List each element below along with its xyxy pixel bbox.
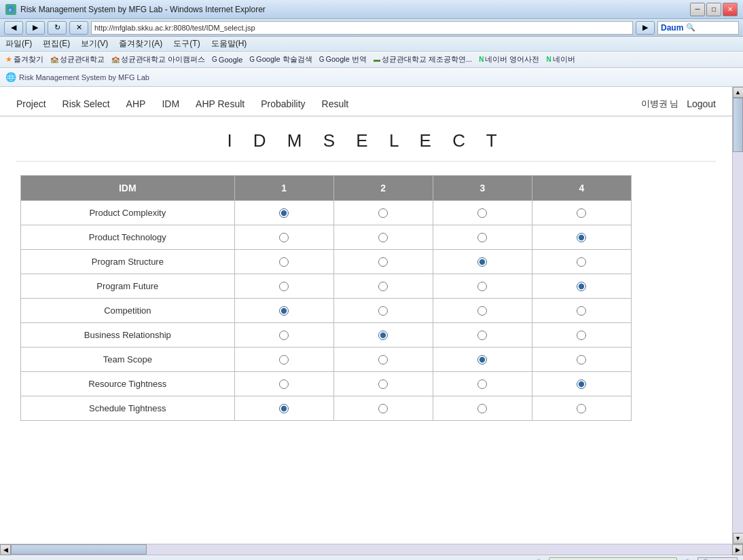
radio-cell-7-4[interactable] xyxy=(532,372,631,396)
fav-skku[interactable]: 🏫 성균관대학교 xyxy=(50,54,105,64)
radio-cell-3-3[interactable] xyxy=(433,274,532,299)
radio-cell-0-3[interactable] xyxy=(433,201,532,225)
radio-cell-8-1[interactable] xyxy=(234,396,333,421)
nav-ahp-result[interactable]: AHP Result xyxy=(196,98,244,109)
search-box[interactable]: Daum 🔍 xyxy=(657,21,739,35)
menu-file[interactable]: 파일(F) xyxy=(5,38,32,50)
menu-favorites[interactable]: 즐겨찾기(A) xyxy=(119,38,162,50)
radio-3-2[interactable] xyxy=(378,282,388,291)
radio-0-3[interactable] xyxy=(477,208,487,218)
nav-project[interactable]: Project xyxy=(16,98,46,109)
menu-view[interactable]: 보기(V) xyxy=(81,38,108,50)
radio-cell-0-1[interactable] xyxy=(234,201,333,225)
radio-3-3[interactable] xyxy=(477,282,487,291)
nav-risk-select[interactable]: Risk Select xyxy=(62,98,110,109)
fav-google-translate[interactable]: G Google 번역 xyxy=(319,54,367,64)
radio-1-4[interactable] xyxy=(577,233,586,242)
radio-cell-1-3[interactable] xyxy=(433,225,532,250)
minimize-button[interactable]: ─ xyxy=(690,3,705,16)
scroll-track[interactable] xyxy=(733,98,743,533)
radio-cell-2-2[interactable] xyxy=(333,250,433,274)
radio-cell-1-2[interactable] xyxy=(333,225,433,250)
radio-2-4[interactable] xyxy=(577,257,586,267)
radio-8-4[interactable] xyxy=(577,404,586,413)
radio-1-2[interactable] xyxy=(378,233,388,242)
radio-3-1[interactable] xyxy=(279,282,289,291)
menu-tools[interactable]: 도구(T) xyxy=(173,38,200,50)
radio-cell-6-4[interactable] xyxy=(532,348,631,372)
close-button[interactable]: ✕ xyxy=(723,3,738,16)
radio-cell-7-2[interactable] xyxy=(333,372,433,396)
scroll-down-button[interactable]: ▼ xyxy=(733,533,744,544)
radio-4-4[interactable] xyxy=(577,306,586,316)
radio-4-2[interactable] xyxy=(378,306,388,316)
radio-7-4[interactable] xyxy=(577,379,586,389)
radio-cell-0-4[interactable] xyxy=(532,201,631,225)
scroll-up-button[interactable]: ▲ xyxy=(733,87,744,98)
radio-0-2[interactable] xyxy=(378,208,388,218)
nav-idm[interactable]: IDM xyxy=(162,98,179,109)
radio-cell-5-2[interactable] xyxy=(333,323,433,348)
fav-naver-dict[interactable]: N 네이버 영어사전 xyxy=(479,54,539,64)
radio-5-4[interactable] xyxy=(577,331,586,340)
radio-6-1[interactable] xyxy=(279,355,289,365)
radio-cell-8-3[interactable] xyxy=(433,396,532,421)
scroll-h-track[interactable] xyxy=(11,544,732,555)
radio-cell-3-1[interactable] xyxy=(234,274,333,299)
menu-help[interactable]: 도움말(H) xyxy=(211,38,247,50)
radio-7-2[interactable] xyxy=(378,379,388,389)
url-input[interactable]: http://mfglab.skku.ac.kr:8080/test/IDM_s… xyxy=(91,21,633,35)
logout-button[interactable]: Logout xyxy=(687,98,716,109)
fav-google-scholar[interactable]: G Google 학술검색 xyxy=(249,54,312,64)
fav-naver[interactable]: N 네이버 xyxy=(546,54,575,64)
radio-8-2[interactable] xyxy=(378,404,388,413)
fav-skku-mfg[interactable]: ▬ 성균관대학교 제조공학연... xyxy=(374,54,472,64)
radio-7-1[interactable] xyxy=(279,379,289,389)
radio-8-1[interactable] xyxy=(279,404,289,413)
scroll-right-button[interactable]: ▶ xyxy=(732,544,743,555)
radio-cell-4-2[interactable] xyxy=(333,299,433,323)
nav-probability[interactable]: Probability xyxy=(261,98,305,109)
radio-cell-6-3[interactable] xyxy=(433,348,532,372)
radio-cell-4-4[interactable] xyxy=(532,299,631,323)
radio-cell-3-2[interactable] xyxy=(333,274,433,299)
radio-cell-7-1[interactable] xyxy=(234,372,333,396)
radio-3-4[interactable] xyxy=(577,282,586,291)
radio-cell-6-1[interactable] xyxy=(234,348,333,372)
radio-6-2[interactable] xyxy=(378,355,388,365)
radio-cell-2-1[interactable] xyxy=(234,250,333,274)
radio-cell-1-4[interactable] xyxy=(532,225,631,250)
radio-cell-3-4[interactable] xyxy=(532,274,631,299)
scroll-left-button[interactable]: ◀ xyxy=(0,544,11,555)
radio-6-4[interactable] xyxy=(577,355,586,365)
radio-cell-2-4[interactable] xyxy=(532,250,631,274)
radio-5-2[interactable] xyxy=(378,331,388,340)
radio-4-1[interactable] xyxy=(279,306,289,316)
radio-8-3[interactable] xyxy=(477,404,487,413)
radio-1-3[interactable] xyxy=(477,233,487,242)
radio-2-1[interactable] xyxy=(279,257,289,267)
radio-0-4[interactable] xyxy=(577,208,586,218)
radio-cell-6-2[interactable] xyxy=(333,348,433,372)
nav-result[interactable]: Result xyxy=(322,98,349,109)
back-button[interactable]: ◀ xyxy=(4,21,23,35)
scroll-thumb[interactable] xyxy=(733,98,743,152)
nav-ahp[interactable]: AHP xyxy=(126,98,146,109)
fav-google[interactable]: G Google xyxy=(212,56,242,64)
radio-cell-4-1[interactable] xyxy=(234,299,333,323)
radio-0-1[interactable] xyxy=(279,208,289,218)
menu-edit[interactable]: 편집(E) xyxy=(43,38,70,50)
maximize-button[interactable]: □ xyxy=(706,3,721,16)
radio-2-2[interactable] xyxy=(378,257,388,267)
radio-cell-0-2[interactable] xyxy=(333,201,433,225)
go-button[interactable]: ▶ xyxy=(636,21,655,35)
radio-cell-5-1[interactable] xyxy=(234,323,333,348)
radio-cell-1-1[interactable] xyxy=(234,225,333,250)
radio-cell-8-4[interactable] xyxy=(532,396,631,421)
stop-button[interactable]: ✕ xyxy=(69,21,88,35)
radio-cell-4-3[interactable] xyxy=(433,299,532,323)
vertical-scrollbar[interactable]: ▲ ▼ xyxy=(732,87,743,544)
radio-cell-5-4[interactable] xyxy=(532,323,631,348)
radio-cell-2-3[interactable] xyxy=(433,250,532,274)
radio-cell-7-3[interactable] xyxy=(433,372,532,396)
